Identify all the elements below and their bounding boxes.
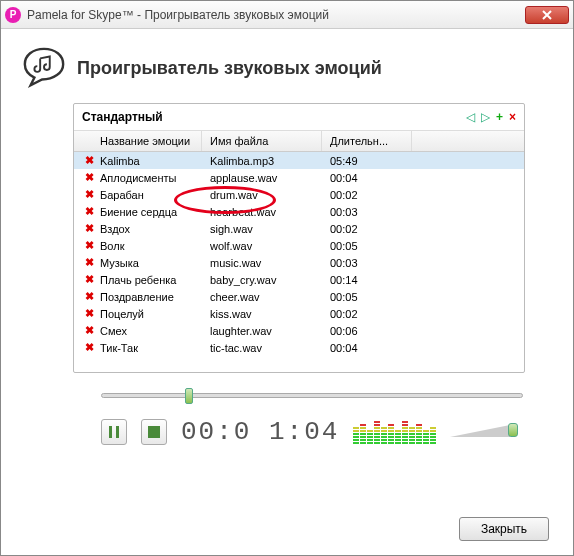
table-row[interactable]: ✖Волкwolf.wav00:05 (74, 237, 524, 254)
cell-duration: 00:06 (330, 325, 410, 337)
tab-name: Стандартный (82, 110, 466, 124)
cell-duration: 00:05 (330, 291, 410, 303)
table-header: Название эмоции Имя файла Длительн... (74, 131, 524, 152)
delete-icon[interactable]: ✖ (82, 273, 96, 286)
app-icon: P (5, 7, 21, 23)
delete-icon[interactable]: ✖ (82, 256, 96, 269)
table-row[interactable]: ✖Поцелуйkiss.wav00:02 (74, 305, 524, 322)
delete-icon[interactable]: ✖ (82, 171, 96, 184)
footer: Закрыть (459, 517, 549, 541)
next-arrow-icon[interactable]: ▷ (481, 110, 490, 124)
content-area: Проигрыватель звуковых эмоций Стандартны… (1, 29, 573, 459)
table: Название эмоции Имя файла Длительн... ✖K… (74, 131, 524, 372)
cell-file: Kalimba.mp3 (210, 155, 330, 167)
equalizer (353, 420, 436, 444)
svg-rect-2 (148, 426, 160, 438)
slider-track (101, 393, 523, 398)
window-close-button[interactable] (525, 6, 569, 24)
table-row[interactable]: ✖Аплодисментыapplause.wav00:04 (74, 169, 524, 186)
cell-duration: 05:49 (330, 155, 410, 167)
cell-name: Тик-Так (100, 342, 210, 354)
cell-name: Вздох (100, 223, 210, 235)
table-row[interactable]: ✖Музыкаmusic.wav00:03 (74, 254, 524, 271)
delete-icon[interactable]: ✖ (82, 222, 96, 235)
table-row[interactable]: ✖Плачь ребенкаbaby_cry.wav00:14 (74, 271, 524, 288)
cell-name: Биение сердца (100, 206, 210, 218)
cell-file: applause.wav (210, 172, 330, 184)
delete-icon[interactable]: ✖ (82, 239, 96, 252)
sound-list-panel: Стандартный ◁ ▷ + × Название эмоции Имя … (73, 103, 525, 373)
cell-file: hearbeat.wav (210, 206, 330, 218)
music-bubble-icon (21, 45, 67, 91)
cell-file: music.wav (210, 257, 330, 269)
column-file[interactable]: Имя файла (202, 131, 322, 151)
volume-thumb[interactable] (508, 423, 518, 437)
table-row[interactable]: ✖Поздравлениеcheer.wav00:05 (74, 288, 524, 305)
titlebar[interactable]: P Pamela for Skype™ - Проигрыватель звук… (1, 1, 573, 29)
page-title: Проигрыватель звуковых эмоций (77, 58, 382, 79)
cell-duration: 00:14 (330, 274, 410, 286)
cell-name: Аплодисменты (100, 172, 210, 184)
cell-name: Поздравление (100, 291, 210, 303)
cell-duration: 00:02 (330, 223, 410, 235)
cell-name: Kalimba (100, 155, 210, 167)
delete-icon[interactable]: ✖ (82, 307, 96, 320)
player-controls: 00:0 1:04 (101, 417, 553, 447)
close-icon (542, 10, 552, 20)
table-row[interactable]: ✖KalimbaKalimba.mp305:49 (74, 152, 524, 169)
cell-file: baby_cry.wav (210, 274, 330, 286)
cell-duration: 00:02 (330, 308, 410, 320)
cell-duration: 00:03 (330, 257, 410, 269)
cell-file: drum.wav (210, 189, 330, 201)
delete-icon[interactable]: ✖ (82, 290, 96, 303)
cell-name: Музыка (100, 257, 210, 269)
table-body[interactable]: ✖KalimbaKalimba.mp305:49✖Аплодисментыapp… (74, 152, 524, 372)
window-title: Pamela for Skype™ - Проигрыватель звуков… (27, 8, 525, 22)
delete-icon[interactable]: ✖ (82, 154, 96, 167)
progress-slider[interactable] (101, 393, 523, 407)
prev-arrow-icon[interactable]: ◁ (466, 110, 475, 124)
pause-icon (109, 426, 119, 438)
table-row[interactable]: ✖Вздохsigh.wav00:02 (74, 220, 524, 237)
cell-name: Волк (100, 240, 210, 252)
table-row[interactable]: ✖Тик-Такtic-tac.wav00:04 (74, 339, 524, 356)
delete-icon[interactable]: ✖ (82, 341, 96, 354)
delete-icon[interactable]: ✖ (82, 205, 96, 218)
volume-slider[interactable] (450, 425, 520, 439)
delete-icon[interactable]: ✖ (82, 324, 96, 337)
cell-file: kiss.wav (210, 308, 330, 320)
remove-button[interactable]: × (509, 110, 516, 124)
column-name[interactable]: Название эмоции (74, 131, 202, 151)
pause-button[interactable] (101, 419, 127, 445)
table-row[interactable]: ✖Смехlaughter.wav00:06 (74, 322, 524, 339)
app-window: P Pamela for Skype™ - Проигрыватель звук… (0, 0, 574, 556)
column-duration[interactable]: Длительн... (322, 131, 412, 151)
slider-thumb[interactable] (185, 388, 193, 404)
time-display: 00:0 1:04 (181, 417, 339, 447)
svg-rect-0 (109, 426, 112, 438)
cell-file: laughter.wav (210, 325, 330, 337)
cell-name: Смех (100, 325, 210, 337)
close-button[interactable]: Закрыть (459, 517, 549, 541)
panel-toolbar: Стандартный ◁ ▷ + × (74, 104, 524, 131)
cell-duration: 00:05 (330, 240, 410, 252)
cell-name: Барабан (100, 189, 210, 201)
cell-file: wolf.wav (210, 240, 330, 252)
delete-icon[interactable]: ✖ (82, 188, 96, 201)
cell-file: sigh.wav (210, 223, 330, 235)
cell-duration: 00:04 (330, 342, 410, 354)
add-button[interactable]: + (496, 110, 503, 124)
cell-duration: 00:02 (330, 189, 410, 201)
cell-name: Поцелуй (100, 308, 210, 320)
cell-duration: 00:03 (330, 206, 410, 218)
table-row[interactable]: ✖Биение сердцаhearbeat.wav00:03 (74, 203, 524, 220)
cell-file: cheer.wav (210, 291, 330, 303)
table-row[interactable]: ✖Барабанdrum.wav00:02 (74, 186, 524, 203)
cell-file: tic-tac.wav (210, 342, 330, 354)
header: Проигрыватель звуковых эмоций (21, 45, 553, 91)
volume-track (450, 425, 510, 437)
cell-name: Плачь ребенка (100, 274, 210, 286)
svg-rect-1 (116, 426, 119, 438)
cell-duration: 00:04 (330, 172, 410, 184)
stop-button[interactable] (141, 419, 167, 445)
